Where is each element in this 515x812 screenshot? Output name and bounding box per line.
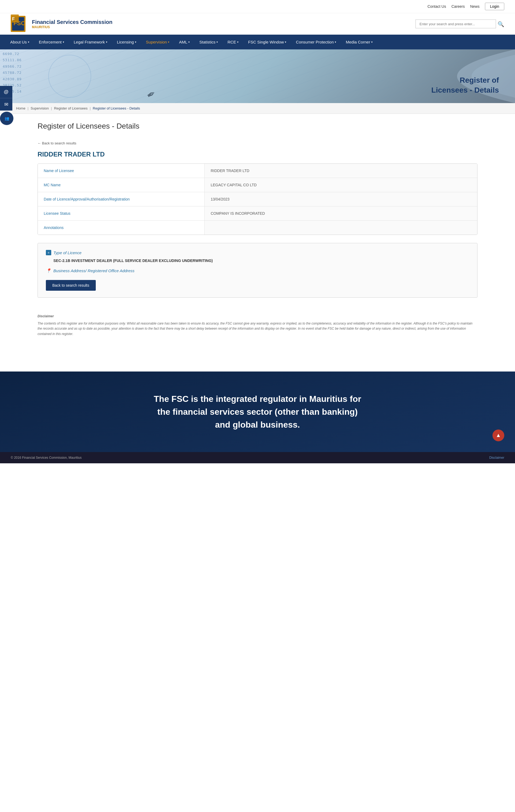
back-to-search-button[interactable]: Back to search results <box>46 280 96 291</box>
fsc-logo-icon: FSC F <box>11 14 28 33</box>
disclaimer-title: Disclaimer <box>37 314 478 319</box>
type-of-licence-label: Type of Licence <box>53 251 82 255</box>
search-input[interactable] <box>416 20 496 28</box>
pin-icon: 📍 <box>46 268 51 273</box>
breadcrumb: Home | Supervision | Register of License… <box>0 103 515 114</box>
scroll-to-top-button[interactable]: ▲ <box>492 430 504 441</box>
org-sub: MAURITIUS <box>32 25 112 29</box>
licence-section: ≡ Type of Licence SEC-2.1B INVESTMENT DE… <box>37 243 478 298</box>
back-to-search-link[interactable]: ← Back to search results <box>37 141 478 145</box>
contact-us-link[interactable]: Contact Us <box>428 4 446 8</box>
table-row: Name of Licensee RIDDER TRADER LTD <box>38 164 477 178</box>
hero-title-line1: Register of <box>460 76 499 84</box>
table-row: Annotations <box>38 221 477 235</box>
label-licensee-status: Licensee Status <box>38 206 205 221</box>
label-date-of-licence: Date of Licence/Approval/Authorisation/R… <box>38 192 205 206</box>
hero-title-container: Register of Licensees - Details <box>431 76 499 95</box>
careers-link[interactable]: Careers <box>451 4 465 8</box>
hero-banner: 6690.72 53111.86 49566.72 45788.72 42030… <box>0 49 515 103</box>
main-nav: About Us ▾ Enforcement ▾ Legal Framework… <box>0 35 515 49</box>
bottom-bar: © 2016 Financial Services Commission, Ma… <box>0 452 515 463</box>
label-name-of-licensee: Name of Licensee <box>38 164 205 178</box>
nav-aml[interactable]: AML ▾ <box>174 35 194 49</box>
nav-licensing[interactable]: Licensing ▾ <box>112 35 141 49</box>
table-row: Licensee Status COMPANY IS INCORPORATED <box>38 206 477 221</box>
side-icon-panel: @ ✉ 👥 <box>0 86 13 125</box>
breadcrumb-home[interactable]: Home <box>16 106 26 110</box>
footer-banner-text: The FSC is the integrated regulator in M… <box>150 393 365 431</box>
org-name: Financial Services Commission <box>32 19 112 25</box>
table-row: MC Name LEGACY CAPITAL CO LTD <box>38 178 477 192</box>
label-mc-name: MC Name <box>38 178 205 192</box>
login-button[interactable]: Login <box>485 3 504 10</box>
search-button[interactable]: 🔍 <box>497 21 504 27</box>
value-annotations <box>205 221 477 235</box>
breadcrumb-register[interactable]: Register of Licensees <box>54 106 87 110</box>
footer-banner: The FSC is the integrated regulator in M… <box>0 372 515 452</box>
licence-type-icon: ≡ <box>46 250 51 255</box>
value-name-of-licensee: RIDDER TRADER LTD <box>205 164 477 178</box>
nav-supervision[interactable]: Supervision ▾ <box>141 35 174 49</box>
nav-rce[interactable]: RCE ▾ <box>223 35 243 49</box>
nav-enforcement[interactable]: Enforcement ▾ <box>34 35 69 49</box>
value-date-of-licence: 13/04/2023 <box>205 192 477 206</box>
disclaimer-link[interactable]: Disclaimer <box>489 456 504 460</box>
address-label: Business Address/ Registered Office Addr… <box>53 268 134 273</box>
value-licensee-status: COMPANY IS INCORPORATED <box>205 206 477 221</box>
disclaimer-section: Disclaimer The contents of this register… <box>37 309 478 342</box>
nav-statistics[interactable]: Statistics ▾ <box>194 35 223 49</box>
company-name: RIDDER TRADER LTD <box>37 151 478 158</box>
table-row: Date of Licence/Approval/Authorisation/R… <box>38 192 477 206</box>
copyright-text: © 2016 Financial Services Commission, Ma… <box>11 456 82 460</box>
breadcrumb-supervision[interactable]: Supervision <box>31 106 49 110</box>
details-table: Name of Licensee RIDDER TRADER LTD MC Na… <box>37 164 478 235</box>
nav-fsc-single-window[interactable]: FSC Single Window ▾ <box>243 35 291 49</box>
news-link[interactable]: News <box>470 4 480 8</box>
type-of-licence-heading: ≡ Type of Licence <box>46 250 469 255</box>
page-heading: Register of Licensees - Details <box>37 122 478 133</box>
nav-media-corner[interactable]: Media Corner ▾ <box>341 35 377 49</box>
address-heading: 📍 Business Address/ Registered Office Ad… <box>46 268 469 273</box>
licence-type-value: SEC-2.1B INVESTMENT DEALER (FULL SERVICE… <box>53 259 469 263</box>
email-icon[interactable]: @ <box>0 86 12 98</box>
nav-consumer-protection[interactable]: Consumer Protection ▾ <box>291 35 341 49</box>
disclaimer-text: The contents of this register are for in… <box>37 321 478 337</box>
envelope-icon[interactable]: ✉ <box>0 98 12 111</box>
breadcrumb-current: Register of Licensees - Details <box>93 106 140 110</box>
nav-legal-framework[interactable]: Legal Framework ▾ <box>69 35 112 49</box>
nav-about-us[interactable]: About Us ▾ <box>5 35 34 49</box>
svg-text:F: F <box>12 17 15 21</box>
value-mc-name: LEGACY CAPITAL CO LTD <box>205 178 477 192</box>
people-icon[interactable]: 👥 <box>0 112 13 125</box>
label-annotations: Annotations <box>38 221 205 235</box>
logo: FSC F Financial Services Commission MAUR… <box>11 14 112 33</box>
hero-title-line2: Licensees - Details <box>431 86 499 94</box>
